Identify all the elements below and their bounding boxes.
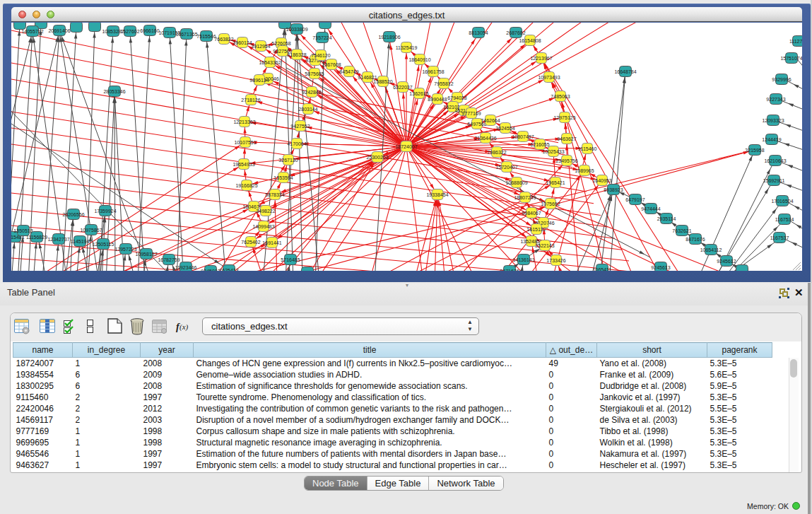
svg-text:7515546: 7515546 [196,34,216,39]
svg-text:10973493: 10973493 [538,75,560,80]
svg-text:25300203: 25300203 [366,155,388,160]
svg-text:(x): (x) [180,322,189,332]
svg-text:10975867: 10975867 [80,228,102,233]
svg-text:19218906: 19218906 [378,35,400,40]
svg-text:9115460: 9115460 [578,146,597,151]
svg-text:9474444: 9474444 [641,206,660,211]
svg-text:19338454: 19338454 [426,192,448,197]
svg-text:2522143: 2522143 [535,243,554,248]
svg-text:10654112: 10654112 [700,247,722,252]
svg-text:3624554: 3624554 [495,126,514,131]
svg-text:21364436: 21364436 [474,136,496,141]
svg-text:9427552: 9427552 [290,124,310,129]
svg-text:3960124: 3960124 [233,40,252,45]
svg-text:1640953: 1640953 [592,178,611,183]
svg-text:16543362: 16543362 [259,60,281,65]
svg-text:1167534: 1167534 [775,217,794,222]
svg-text:9084067: 9084067 [522,211,541,216]
svg-text:8471676: 8471676 [500,269,519,271]
svg-text:1145194: 1145194 [71,239,90,244]
svg-text:8990448: 8990448 [428,97,447,102]
svg-text:3215958: 3215958 [745,148,764,153]
svg-text:14136141: 14136141 [512,257,534,262]
svg-text:2803144: 2803144 [298,107,317,112]
svg-text:1350513: 1350513 [13,228,33,233]
svg-text:9896134: 9896134 [249,78,269,83]
svg-text:7485063: 7485063 [551,94,570,99]
svg-text:9227343: 9227343 [766,97,785,102]
svg-text:12213967: 12213967 [530,56,552,61]
svg-text:17359924: 17359924 [94,209,116,214]
svg-text:7462664: 7462664 [481,118,500,123]
svg-text:18640910: 18640910 [408,57,430,62]
svg-text:11156829: 11156829 [26,235,47,240]
svg-text:1112795: 1112795 [789,39,802,44]
svg-text:12505115: 12505115 [93,242,114,247]
svg-text:1691441: 1691441 [262,240,281,245]
svg-text:7663822: 7663822 [214,37,233,42]
svg-text:12093323: 12093323 [762,118,784,123]
svg-text:1615132: 1615132 [526,227,546,232]
svg-text:10025433: 10025433 [542,149,564,154]
svg-text:19166825: 19166825 [235,183,257,188]
svg-text:18724007: 18724007 [395,144,417,149]
svg-text:12342737: 12342737 [47,237,69,242]
svg-text:15692911: 15692911 [763,178,785,183]
svg-text:9463112: 9463112 [298,270,317,271]
svg-text:23495756: 23495756 [555,158,577,163]
svg-text:7986322: 7986322 [487,150,506,155]
svg-text:17016504: 17016504 [771,199,793,204]
svg-text:1167537: 1167537 [770,235,789,240]
svg-text:1244419: 1244419 [762,137,781,142]
svg-text:9245012: 9245012 [201,269,220,271]
svg-text:9245612: 9245612 [717,259,736,264]
svg-text:5226058: 5226058 [271,41,290,46]
svg-text:6794028: 6794028 [447,95,466,100]
svg-text:2687682: 2687682 [506,30,525,35]
svg-text:28053346: 28053346 [103,89,125,94]
svg-text:7955812: 7955812 [434,81,453,86]
svg-text:15720407: 15720407 [495,165,517,170]
svg-text:3267130: 3267130 [278,158,298,163]
svg-text:12213363: 12213363 [233,119,255,124]
svg-text:5716485: 5716485 [281,257,300,262]
svg-text:16961758: 16961758 [422,69,444,74]
svg-text:9777169: 9777169 [461,111,481,116]
svg-text:26206556: 26206556 [62,212,84,217]
svg-text:11923446: 11923446 [175,265,197,270]
svg-text:5878334: 5878334 [265,192,284,197]
svg-text:18807249: 18807249 [514,195,536,200]
svg-text:10807487: 10807487 [512,134,534,139]
svg-text:1353594: 1353594 [273,175,293,180]
svg-text:10958187: 10958187 [135,252,157,257]
svg-text:17957223: 17957223 [114,247,136,252]
svg-text:7632621: 7632621 [672,228,691,233]
svg-text:16648784: 16648784 [614,69,636,74]
svg-text:8186328: 8186328 [287,52,306,57]
svg-text:6322037: 6322037 [393,85,412,90]
svg-text:12975125: 12975125 [553,115,575,120]
svg-text:8454749: 8454749 [339,69,358,74]
svg-text:1075692: 1075692 [541,201,560,206]
svg-text:2718126: 2718126 [241,98,260,103]
svg-text:15751074: 15751074 [780,56,802,61]
svg-text:3498222: 3498222 [256,209,275,214]
svg-text:1089965: 1089965 [575,168,594,173]
svg-text:4170064: 4170064 [287,141,306,146]
svg-text:1527602: 1527602 [120,29,139,34]
svg-text:8471676: 8471676 [686,237,705,242]
svg-text:10107551: 10107551 [234,140,256,145]
svg-text:6966160: 6966160 [140,28,159,33]
svg-text:1065411: 1065411 [593,267,612,271]
svg-text:2935114: 2935114 [657,216,676,221]
svg-text:16033809: 16033809 [286,27,307,32]
svg-text:6216055: 6216055 [530,142,549,147]
svg-text:9329996: 9329996 [772,77,791,82]
svg-text:1588520: 1588520 [373,79,392,84]
svg-text:14055712: 14055712 [21,29,43,34]
svg-text:16154808: 16154808 [519,38,541,43]
svg-text:9242848: 9242848 [302,90,321,95]
svg-text:16782759: 16782759 [158,257,180,262]
svg-text:11325419: 11325419 [396,45,418,50]
svg-text:9463627: 9463627 [557,136,576,141]
